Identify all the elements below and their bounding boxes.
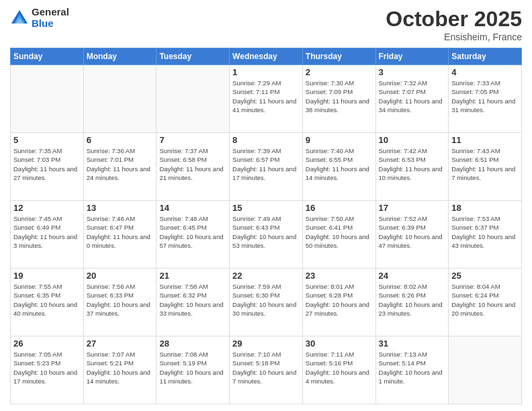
logo-general: General <box>32 7 69 18</box>
calendar-week-row: 12Sunrise: 7:45 AM Sunset: 6:49 PM Dayli… <box>11 201 522 269</box>
day-number: 16 <box>306 203 373 213</box>
calendar-cell: 12Sunrise: 7:45 AM Sunset: 6:49 PM Dayli… <box>11 201 84 269</box>
calendar-cell: 2Sunrise: 7:30 AM Sunset: 7:09 PM Daylig… <box>302 65 375 133</box>
day-number: 23 <box>306 271 373 281</box>
calendar-cell: 31Sunrise: 7:13 AM Sunset: 5:14 PM Dayli… <box>375 336 449 404</box>
day-number: 1 <box>232 67 300 77</box>
day-number: 20 <box>87 271 154 281</box>
day-number: 19 <box>13 271 81 281</box>
calendar-cell: 16Sunrise: 7:50 AM Sunset: 6:41 PM Dayli… <box>302 201 375 269</box>
calendar-cell <box>11 65 84 133</box>
header-saturday: Saturday <box>449 48 522 65</box>
day-number: 18 <box>451 203 519 213</box>
calendar-cell: 27Sunrise: 7:07 AM Sunset: 5:21 PM Dayli… <box>83 336 157 404</box>
day-info: Sunrise: 7:46 AM Sunset: 6:47 PM Dayligh… <box>87 214 154 250</box>
day-number: 13 <box>87 203 154 213</box>
day-info: Sunrise: 8:04 AM Sunset: 6:24 PM Dayligh… <box>451 282 519 318</box>
header-sunday: Sunday <box>11 48 84 65</box>
day-info: Sunrise: 7:43 AM Sunset: 6:51 PM Dayligh… <box>451 146 519 182</box>
calendar-cell: 23Sunrise: 8:01 AM Sunset: 6:28 PM Dayli… <box>302 269 375 336</box>
calendar-cell: 19Sunrise: 7:55 AM Sunset: 6:35 PM Dayli… <box>11 269 84 336</box>
logo-blue: Blue <box>32 18 69 30</box>
day-info: Sunrise: 7:29 AM Sunset: 7:11 PM Dayligh… <box>232 79 300 114</box>
calendar-cell: 4Sunrise: 7:33 AM Sunset: 7:05 PM Daylig… <box>449 65 522 133</box>
logo-text: General Blue <box>32 7 69 29</box>
calendar-cell: 3Sunrise: 7:32 AM Sunset: 7:07 PM Daylig… <box>375 65 449 133</box>
calendar-cell: 22Sunrise: 7:59 AM Sunset: 6:30 PM Dayli… <box>230 269 303 336</box>
calendar-cell: 26Sunrise: 7:05 AM Sunset: 5:23 PM Dayli… <box>11 336 84 404</box>
calendar-table: Sunday Monday Tuesday Wednesday Thursday… <box>10 48 522 404</box>
calendar-cell: 10Sunrise: 7:42 AM Sunset: 6:53 PM Dayli… <box>375 133 449 201</box>
day-info: Sunrise: 7:37 AM Sunset: 6:58 PM Dayligh… <box>159 146 226 182</box>
day-number: 17 <box>379 203 446 213</box>
calendar-cell: 7Sunrise: 7:37 AM Sunset: 6:58 PM Daylig… <box>157 133 230 201</box>
day-info: Sunrise: 7:11 AM Sunset: 5:16 PM Dayligh… <box>306 350 373 385</box>
day-number: 29 <box>232 338 300 349</box>
title-month: October 2025 <box>386 7 522 32</box>
calendar-cell: 14Sunrise: 7:48 AM Sunset: 6:45 PM Dayli… <box>157 201 230 269</box>
calendar-week-row: 19Sunrise: 7:55 AM Sunset: 6:35 PM Dayli… <box>11 269 522 336</box>
calendar-cell: 30Sunrise: 7:11 AM Sunset: 5:16 PM Dayli… <box>302 336 375 404</box>
day-info: Sunrise: 7:30 AM Sunset: 7:09 PM Dayligh… <box>306 79 373 114</box>
day-info: Sunrise: 7:35 AM Sunset: 7:03 PM Dayligh… <box>13 146 81 182</box>
calendar-cell: 29Sunrise: 7:10 AM Sunset: 5:18 PM Dayli… <box>230 336 303 404</box>
day-number: 30 <box>306 338 373 349</box>
logo: General Blue <box>10 7 69 29</box>
day-info: Sunrise: 7:39 AM Sunset: 6:57 PM Dayligh… <box>232 146 300 182</box>
calendar-cell: 11Sunrise: 7:43 AM Sunset: 6:51 PM Dayli… <box>449 133 522 201</box>
day-number: 21 <box>159 271 226 281</box>
day-number: 14 <box>159 203 226 213</box>
weekday-header-row: Sunday Monday Tuesday Wednesday Thursday… <box>11 48 522 65</box>
day-info: Sunrise: 7:59 AM Sunset: 6:30 PM Dayligh… <box>232 282 300 318</box>
day-number: 6 <box>87 135 154 145</box>
day-info: Sunrise: 7:52 AM Sunset: 6:39 PM Dayligh… <box>379 214 446 250</box>
calendar-cell: 6Sunrise: 7:36 AM Sunset: 7:01 PM Daylig… <box>83 133 157 201</box>
day-number: 9 <box>306 135 373 145</box>
day-info: Sunrise: 7:58 AM Sunset: 6:32 PM Dayligh… <box>159 282 226 318</box>
calendar-cell: 21Sunrise: 7:58 AM Sunset: 6:32 PM Dayli… <box>157 269 230 336</box>
day-number: 3 <box>379 67 446 77</box>
calendar-week-row: 1Sunrise: 7:29 AM Sunset: 7:11 PM Daylig… <box>11 65 522 133</box>
header-wednesday: Wednesday <box>230 48 303 65</box>
calendar-week-row: 5Sunrise: 7:35 AM Sunset: 7:03 PM Daylig… <box>11 133 522 201</box>
logo-icon <box>10 9 29 28</box>
calendar-cell <box>449 336 522 404</box>
day-number: 25 <box>451 271 519 281</box>
day-number: 15 <box>232 203 300 213</box>
day-info: Sunrise: 7:05 AM Sunset: 5:23 PM Dayligh… <box>13 350 81 385</box>
day-info: Sunrise: 7:48 AM Sunset: 6:45 PM Dayligh… <box>159 214 226 250</box>
day-info: Sunrise: 8:01 AM Sunset: 6:28 PM Dayligh… <box>306 282 373 318</box>
title-location: Ensisheim, France <box>386 32 522 42</box>
day-number: 22 <box>232 271 300 281</box>
calendar-cell: 28Sunrise: 7:08 AM Sunset: 5:19 PM Dayli… <box>157 336 230 404</box>
day-number: 11 <box>451 135 519 145</box>
day-info: Sunrise: 7:36 AM Sunset: 7:01 PM Dayligh… <box>87 146 154 182</box>
calendar-week-row: 26Sunrise: 7:05 AM Sunset: 5:23 PM Dayli… <box>11 336 522 404</box>
calendar-cell: 17Sunrise: 7:52 AM Sunset: 6:39 PM Dayli… <box>375 201 449 269</box>
day-info: Sunrise: 7:40 AM Sunset: 6:55 PM Dayligh… <box>306 146 373 182</box>
day-number: 5 <box>13 135 81 145</box>
day-number: 8 <box>232 135 300 145</box>
calendar-cell: 1Sunrise: 7:29 AM Sunset: 7:11 PM Daylig… <box>230 65 303 133</box>
day-info: Sunrise: 7:53 AM Sunset: 6:37 PM Dayligh… <box>451 214 519 250</box>
day-number: 10 <box>379 135 446 145</box>
day-info: Sunrise: 7:10 AM Sunset: 5:18 PM Dayligh… <box>232 350 300 385</box>
calendar-cell: 18Sunrise: 7:53 AM Sunset: 6:37 PM Dayli… <box>449 201 522 269</box>
day-number: 26 <box>13 338 81 349</box>
day-info: Sunrise: 7:07 AM Sunset: 5:21 PM Dayligh… <box>87 350 154 385</box>
calendar-cell: 25Sunrise: 8:04 AM Sunset: 6:24 PM Dayli… <box>449 269 522 336</box>
day-number: 28 <box>159 338 226 349</box>
calendar-cell: 5Sunrise: 7:35 AM Sunset: 7:03 PM Daylig… <box>11 133 84 201</box>
day-number: 12 <box>13 203 81 213</box>
day-number: 2 <box>306 67 373 77</box>
day-number: 27 <box>87 338 154 349</box>
day-info: Sunrise: 7:42 AM Sunset: 6:53 PM Dayligh… <box>379 146 446 182</box>
day-info: Sunrise: 7:56 AM Sunset: 6:33 PM Dayligh… <box>87 282 154 318</box>
title-block: October 2025 Ensisheim, France <box>386 7 522 42</box>
calendar-cell: 24Sunrise: 8:02 AM Sunset: 6:26 PM Dayli… <box>375 269 449 336</box>
calendar-cell: 15Sunrise: 7:49 AM Sunset: 6:43 PM Dayli… <box>230 201 303 269</box>
calendar-cell <box>157 65 230 133</box>
day-info: Sunrise: 7:49 AM Sunset: 6:43 PM Dayligh… <box>232 214 300 250</box>
day-number: 7 <box>159 135 226 145</box>
day-number: 24 <box>379 271 446 281</box>
